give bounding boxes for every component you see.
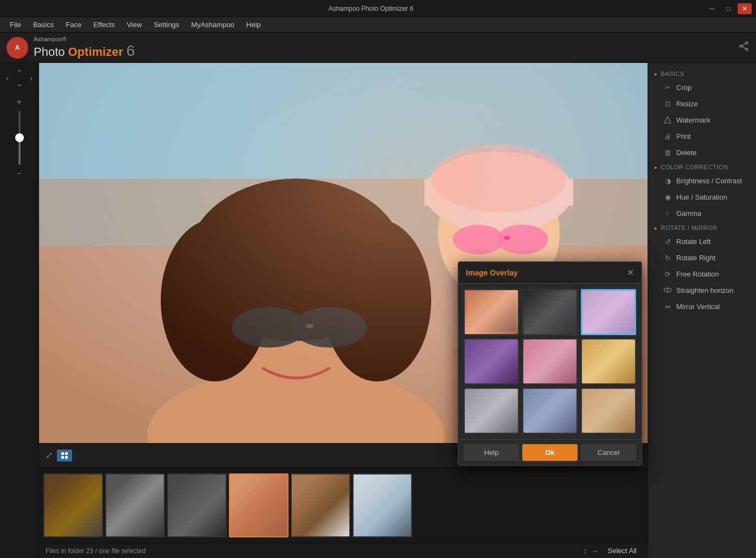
dialog-footer: Help Ok Cancel: [458, 439, 642, 465]
free-rotation-icon: ⟳: [663, 270, 672, 278]
panel-item-crop[interactable]: ✂ Crop: [648, 79, 756, 95]
panel-item-mirror-vertical[interactable]: ⇔ Mirror Vertical: [648, 298, 756, 315]
svg-rect-28: [65, 456, 68, 459]
dialog-ok-button[interactable]: Ok: [522, 444, 578, 461]
status-right: ↕ ↔ Select All: [584, 546, 641, 556]
move-icon[interactable]: ↔: [592, 547, 599, 555]
panel-item-straighten[interactable]: Straighten horizon: [648, 282, 756, 298]
overlay-thumb-1[interactable]: [464, 289, 519, 335]
overlay-thumb-6[interactable]: [581, 338, 636, 384]
app-header: A Ashampoo® Photo Optimizer 6: [0, 33, 756, 63]
app-version: 6: [126, 42, 135, 60]
filmstrip: [39, 467, 648, 543]
overlay-thumb-3-selected[interactable]: [581, 289, 636, 335]
nav-right-arrow[interactable]: ›: [26, 73, 37, 84]
svg-line-5: [742, 43, 746, 46]
menu-help[interactable]: Help: [241, 18, 266, 31]
svg-point-12: [188, 178, 404, 341]
panel-item-free-rotation[interactable]: ⟳ Free Rotation: [648, 266, 756, 282]
overlay-dialog: Image Overlay ✕: [458, 261, 642, 466]
crop-label: Crop: [676, 84, 691, 92]
title-bar: Ashampoo Photo Optimizer 6 ─ □ ✕: [0, 0, 756, 17]
svg-rect-27: [61, 456, 64, 459]
straighten-label: Straighten horizon: [676, 286, 734, 294]
overlay-thumb-7[interactable]: [464, 388, 519, 434]
overlay-thumb-4[interactable]: [464, 338, 519, 384]
share-icon[interactable]: [739, 41, 749, 54]
nav-left-arrow[interactable]: ‹: [2, 73, 13, 84]
close-button[interactable]: ✕: [738, 3, 752, 14]
menu-face[interactable]: Face: [60, 18, 87, 31]
zoom-minus-button[interactable]: −: [17, 169, 22, 178]
nav-up-arrow[interactable]: ⌃: [14, 67, 25, 78]
menu-settings[interactable]: Settings: [149, 18, 185, 31]
panel-item-brightness[interactable]: ◑ Brightness / Contrast: [648, 172, 756, 189]
overlay-thumb-8[interactable]: [522, 388, 578, 434]
rotate-left-label: Rotate Left: [676, 238, 711, 246]
svg-point-16: [293, 307, 367, 348]
svg-point-21: [431, 145, 566, 213]
menubar: File Basics Face Effects View Settings M…: [0, 17, 756, 33]
straighten-icon: [663, 286, 672, 294]
watermark-icon: [663, 116, 672, 124]
dialog-help-button[interactable]: Help: [464, 444, 519, 461]
svg-point-11: [201, 206, 390, 422]
svg-point-23: [497, 225, 548, 254]
zoom-slider-area: + −: [17, 98, 22, 178]
app-title-line: Photo Optimizer 6: [34, 42, 135, 60]
minimize-button[interactable]: ─: [705, 3, 719, 14]
sort-icon[interactable]: ↕: [584, 547, 587, 555]
dialog-close-button[interactable]: ✕: [627, 267, 634, 278]
svg-rect-24: [504, 236, 510, 239]
filmstrip-thumb-3[interactable]: [167, 473, 227, 537]
select-all-button[interactable]: Select All: [604, 546, 641, 556]
menu-basics[interactable]: Basics: [28, 18, 59, 31]
menu-myashampoo[interactable]: MyAshampoo: [186, 18, 240, 31]
panel-item-rotate-left[interactable]: ↺ Rotate Left: [648, 233, 756, 249]
menu-effects[interactable]: Effects: [88, 18, 120, 31]
resize-label: Resize: [676, 100, 698, 108]
rotate-right-label: Rotate Right: [676, 254, 715, 262]
filmstrip-thumb-5[interactable]: [291, 473, 350, 537]
maximize-button[interactable]: □: [721, 3, 735, 14]
panel-item-gamma[interactable]: ○ Gamma: [648, 205, 756, 221]
zoom-track: [18, 111, 21, 165]
panel-item-print[interactable]: 🖨 Print: [648, 128, 756, 144]
svg-point-3: [746, 48, 748, 50]
svg-point-13: [161, 219, 268, 381]
expand-icon[interactable]: ⤢: [46, 450, 53, 460]
panel-item-resize[interactable]: ⊡ Resize: [648, 95, 756, 112]
overlay-thumb-5[interactable]: [522, 338, 578, 384]
panel-item-delete[interactable]: 🗑 Delete: [648, 144, 756, 161]
svg-point-15: [232, 307, 306, 348]
hue-icon: ◉: [663, 193, 672, 201]
menu-file[interactable]: File: [4, 18, 27, 31]
filmstrip-thumb-2[interactable]: [105, 473, 165, 537]
dialog-cancel-button[interactable]: Cancel: [581, 444, 636, 461]
filmstrip-thumb-6[interactable]: [353, 473, 412, 537]
crop-icon: ✂: [663, 83, 672, 92]
svg-rect-25: [61, 452, 64, 455]
brightness-icon: ◑: [663, 176, 672, 185]
filmstrip-thumb-1[interactable]: [43, 473, 103, 537]
window-title: Ashampoo Photo Optimizer 6: [37, 5, 705, 12]
nav-down-arrow[interactable]: ⌄: [14, 78, 25, 89]
zoom-handle[interactable]: [15, 133, 24, 142]
mirror-vertical-label: Mirror Vertical: [676, 303, 720, 311]
panel-item-hue[interactable]: ◉ Hue / Saturation: [648, 189, 756, 205]
panel-item-rotate-right[interactable]: ↻ Rotate Right: [648, 249, 756, 266]
rotate-left-icon: ↺: [663, 237, 672, 246]
zoom-plus-button[interactable]: +: [17, 98, 22, 106]
statusbar: Files in folder 23 / one file selected ↕…: [39, 543, 648, 558]
overlay-thumb-9[interactable]: [581, 388, 636, 434]
thumbnail-toggle[interactable]: [57, 450, 72, 461]
svg-marker-29: [664, 117, 671, 123]
overlay-thumb-2[interactable]: [522, 289, 578, 335]
panel-item-watermark[interactable]: Watermark: [648, 112, 756, 128]
delete-label: Delete: [676, 149, 697, 157]
gamma-label: Gamma: [676, 209, 701, 217]
gamma-icon: ○: [663, 209, 672, 217]
dialog-title: Image Overlay: [466, 268, 518, 277]
filmstrip-thumb-4[interactable]: [229, 473, 289, 537]
menu-view[interactable]: View: [121, 18, 148, 31]
